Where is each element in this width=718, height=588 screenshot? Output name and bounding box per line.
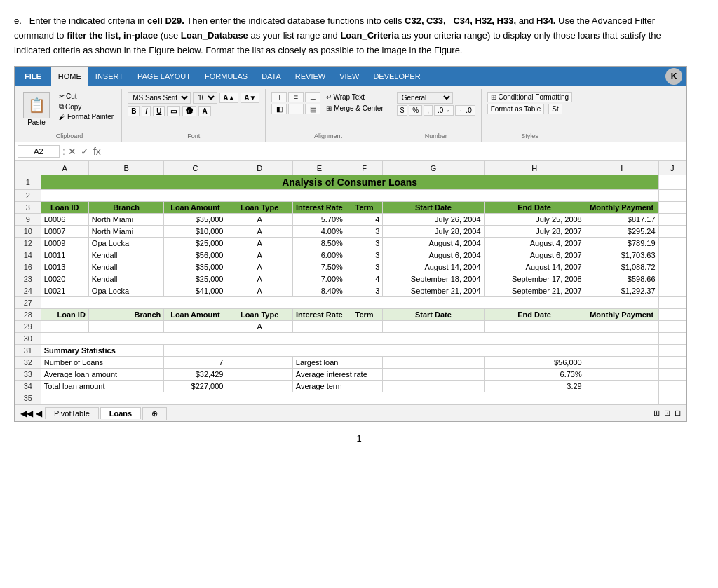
row-30-header[interactable]: 30 bbox=[15, 333, 41, 345]
cell-styles-button[interactable]: St bbox=[548, 104, 562, 114]
r9-loan-id[interactable]: L0006 bbox=[41, 214, 88, 226]
r10-rate[interactable]: 4.00% bbox=[292, 226, 346, 238]
header-interest-rate[interactable]: Interest Rate bbox=[292, 202, 346, 214]
align-middle-button[interactable]: ≡ bbox=[288, 92, 304, 102]
col-C[interactable]: C bbox=[164, 161, 226, 175]
row-10-header[interactable]: 10 bbox=[15, 226, 41, 238]
sheet-tab-pivottable[interactable]: PivotTable bbox=[45, 407, 99, 419]
row-29-header[interactable]: 29 bbox=[15, 321, 41, 333]
row-35-header[interactable]: 35 bbox=[15, 392, 41, 404]
cr28-term[interactable]: Term bbox=[346, 309, 382, 321]
number-format-select[interactable]: General bbox=[397, 92, 453, 104]
cr28-payment[interactable]: Monthly Payment bbox=[585, 309, 658, 321]
border-button[interactable]: ▭ bbox=[167, 106, 180, 116]
nav-first-sheet-icon[interactable]: ◀◀ bbox=[20, 409, 33, 418]
r16-term[interactable]: 3 bbox=[346, 261, 382, 273]
cr28-end[interactable]: End Date bbox=[484, 309, 585, 321]
copy-button[interactable]: ⧉ Copy bbox=[57, 102, 116, 111]
r14-payment[interactable]: $1,703.63 bbox=[585, 249, 658, 261]
r12-term[interactable]: 3 bbox=[346, 238, 382, 249]
align-right-button[interactable]: ▤ bbox=[305, 104, 320, 114]
dollar-button[interactable]: $ bbox=[397, 105, 408, 116]
r34-c[interactable]: $227,000 bbox=[164, 381, 226, 392]
tab-review[interactable]: REVIEW bbox=[288, 67, 332, 86]
r14-amount[interactable]: $56,000 bbox=[164, 249, 226, 261]
cr29-c[interactable] bbox=[164, 321, 226, 333]
row-28-header[interactable]: 28 bbox=[15, 309, 41, 321]
title-cell[interactable]: Analysis of Consumer Loans bbox=[41, 175, 658, 190]
r12-payment[interactable]: $789.19 bbox=[585, 238, 658, 249]
r23-branch[interactable]: Kendall bbox=[88, 273, 163, 285]
r10-type[interactable]: A bbox=[226, 226, 292, 238]
r14-term[interactable]: 3 bbox=[346, 249, 382, 261]
col-E[interactable]: E bbox=[292, 161, 346, 175]
r34-h[interactable]: 3.29 bbox=[484, 381, 585, 392]
row-31-header[interactable]: 31 bbox=[15, 345, 41, 357]
col-A[interactable]: A bbox=[41, 161, 88, 175]
r9-payment[interactable]: $817.17 bbox=[585, 214, 658, 226]
r23-end[interactable]: September 17, 2008 bbox=[484, 273, 585, 285]
cr29-d[interactable]: A bbox=[226, 321, 292, 333]
cr28-loan-id[interactable]: Loan ID bbox=[41, 309, 88, 321]
r24-amount[interactable]: $41,000 bbox=[164, 285, 226, 297]
font-size-select[interactable]: 10 bbox=[193, 92, 217, 104]
align-left-button[interactable]: ◧ bbox=[271, 104, 287, 114]
cr28-amount[interactable]: Loan Amount bbox=[164, 309, 226, 321]
header-branch[interactable]: Branch bbox=[88, 202, 163, 214]
row-9-header[interactable]: 9 bbox=[15, 214, 41, 226]
r12-branch[interactable]: Opa Locka bbox=[88, 238, 163, 249]
cr29-e[interactable] bbox=[292, 321, 346, 333]
r10-end[interactable]: July 28, 2007 bbox=[484, 226, 585, 238]
r12-start[interactable]: August 4, 2004 bbox=[383, 238, 484, 249]
sheet-tab-loans[interactable]: Loans bbox=[100, 407, 141, 419]
cr28-rate[interactable]: Interest Rate bbox=[292, 309, 346, 321]
r23-loan-id[interactable]: L0020 bbox=[41, 273, 88, 285]
r23-payment[interactable]: $598.66 bbox=[585, 273, 658, 285]
row-1-header[interactable]: 1 bbox=[15, 175, 41, 190]
r12-loan-id[interactable]: L0009 bbox=[41, 238, 88, 249]
r16-branch[interactable]: Kendall bbox=[88, 261, 163, 273]
r14-end[interactable]: August 6, 2007 bbox=[484, 249, 585, 261]
header-term[interactable]: Term bbox=[346, 202, 382, 214]
r34-label[interactable]: Total loan amount bbox=[41, 381, 164, 392]
tab-view[interactable]: VIEW bbox=[332, 67, 366, 86]
cr28-start[interactable]: Start Date bbox=[383, 309, 484, 321]
format-painter-button[interactable]: 🖌 Format Painter bbox=[57, 112, 116, 121]
percent-button[interactable]: % bbox=[409, 105, 422, 116]
nav-prev-sheet-icon[interactable]: ◀ bbox=[36, 409, 42, 418]
r12-amount[interactable]: $25,000 bbox=[164, 238, 226, 249]
r9-term[interactable]: 4 bbox=[346, 214, 382, 226]
comma-button[interactable]: , bbox=[424, 105, 433, 116]
italic-button[interactable]: I bbox=[142, 106, 151, 116]
col-G[interactable]: G bbox=[383, 161, 484, 175]
r12-end[interactable]: August 4, 2007 bbox=[484, 238, 585, 249]
r16-payment[interactable]: $1,088.72 bbox=[585, 261, 658, 273]
r14-loan-id[interactable]: L0011 bbox=[41, 249, 88, 261]
cr29-b[interactable] bbox=[88, 321, 163, 333]
r12-type[interactable]: A bbox=[226, 238, 292, 249]
formula-input[interactable] bbox=[104, 146, 684, 157]
font-shrink-button[interactable]: A▼ bbox=[241, 93, 259, 103]
font-color-button[interactable]: A bbox=[198, 106, 210, 116]
cr29-g[interactable] bbox=[383, 321, 484, 333]
r16-loan-id[interactable]: L0013 bbox=[41, 261, 88, 273]
r24-end[interactable]: September 21, 2007 bbox=[484, 285, 585, 297]
cr29-a[interactable] bbox=[41, 321, 88, 333]
header-loan-id[interactable]: Loan ID bbox=[41, 202, 88, 214]
cr28-type[interactable]: Loan Type bbox=[226, 309, 292, 321]
cancel-formula-icon[interactable]: ✕ bbox=[68, 146, 76, 157]
cr29-f[interactable] bbox=[346, 321, 382, 333]
r16-rate[interactable]: 7.50% bbox=[292, 261, 346, 273]
cr29-i[interactable] bbox=[585, 321, 658, 333]
r9-end[interactable]: July 25, 2008 bbox=[484, 214, 585, 226]
r32-c[interactable]: 7 bbox=[164, 357, 226, 369]
r24-branch[interactable]: Opa Locka bbox=[88, 285, 163, 297]
r33-label[interactable]: Average loan amount bbox=[41, 369, 164, 381]
header-start-date[interactable]: Start Date bbox=[383, 202, 484, 214]
add-sheet-button[interactable]: ⊕ bbox=[142, 407, 167, 420]
row-27-header[interactable]: 27 bbox=[15, 297, 41, 309]
r14-branch[interactable]: Kendall bbox=[88, 249, 163, 261]
row-32-header[interactable]: 32 bbox=[15, 357, 41, 369]
row-34-header[interactable]: 34 bbox=[15, 381, 41, 392]
increase-decimal-button[interactable]: .0→ bbox=[434, 105, 454, 116]
